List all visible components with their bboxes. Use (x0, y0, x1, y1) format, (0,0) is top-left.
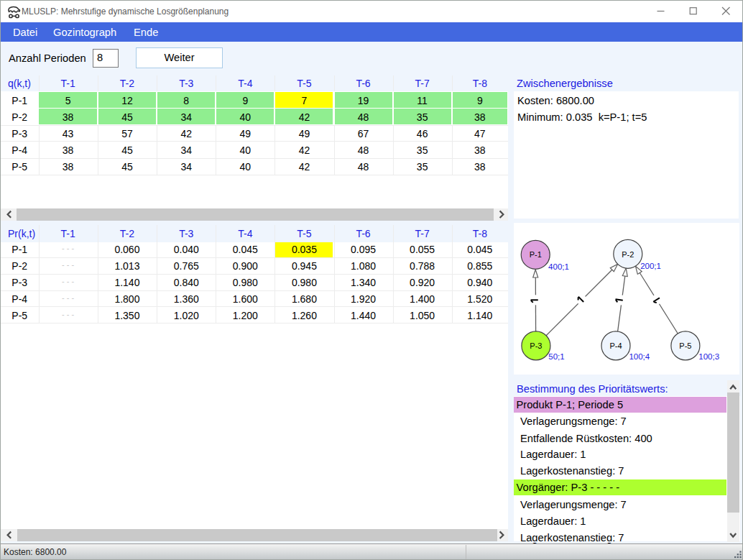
svg-text:P-1: P-1 (530, 250, 542, 259)
svg-text:400;1: 400;1 (548, 262, 569, 271)
svg-text:200;1: 200;1 (640, 262, 661, 270)
svg-text:P-4: P-4 (609, 341, 622, 350)
svg-text:50;1: 50;1 (548, 352, 564, 361)
svg-text:P-5: P-5 (679, 341, 691, 350)
svg-text:100;3: 100;3 (698, 352, 719, 361)
svg-text:P-2: P-2 (622, 250, 634, 259)
svg-text:P-3: P-3 (530, 341, 542, 350)
svg-text:100;4: 100;4 (629, 352, 650, 361)
